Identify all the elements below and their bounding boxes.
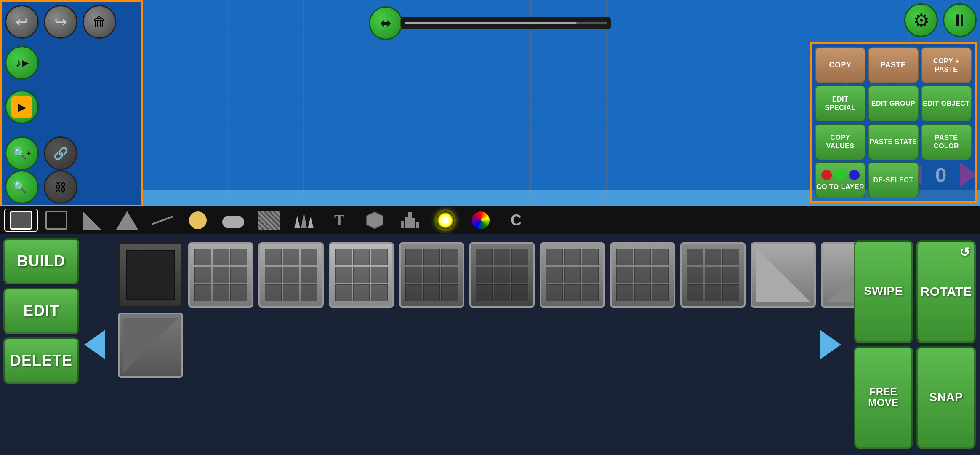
- dot-red: [821, 170, 832, 180]
- edit-object-button[interactable]: EDIT OBJECT: [921, 86, 972, 121]
- paste-button[interactable]: PASTE: [868, 47, 919, 83]
- build-next-button[interactable]: [820, 330, 841, 359]
- build-item-12-icon: [123, 318, 178, 373]
- color-tab-icon: [472, 211, 490, 229]
- tab-block[interactable]: [4, 209, 38, 232]
- undo-icon: [16, 13, 28, 31]
- build-item-5[interactable]: [399, 242, 464, 308]
- edit-mode-button[interactable]: EDIT: [3, 288, 79, 334]
- copy-values-button[interactable]: COPY VALUES: [815, 124, 865, 160]
- speed-button[interactable]: ⬌: [369, 6, 403, 40]
- build-item-2[interactable]: [188, 242, 253, 308]
- build-item-4-icon: [335, 249, 388, 301]
- settings-button[interactable]: ⚙: [904, 3, 938, 37]
- edit-special-button[interactable]: EDIT SPECIAL: [815, 86, 865, 121]
- tab-line[interactable]: [146, 209, 179, 232]
- hazard-tab-icon: [116, 211, 138, 230]
- rotate-button[interactable]: ROTATE ↺: [916, 240, 976, 343]
- delete-mode-button[interactable]: DELETE: [3, 337, 79, 384]
- chain-icon: [55, 180, 67, 194]
- tab-outline[interactable]: [40, 209, 73, 232]
- tab-slope[interactable]: [75, 209, 109, 232]
- mode-buttons-panel: BUILD EDIT DELETE: [0, 234, 84, 455]
- build-item-12[interactable]: [118, 313, 183, 378]
- tab-circle[interactable]: [181, 209, 215, 232]
- undo-button[interactable]: [5, 5, 39, 39]
- svg-marker-0: [366, 212, 383, 229]
- editor-area: CES ▶ ▶ 🔍 + 🔍 −: [0, 0, 980, 206]
- paste-state-button[interactable]: PASTE STATE: [868, 124, 919, 160]
- redo-icon: [54, 13, 67, 31]
- build-item-8[interactable]: [610, 242, 675, 308]
- right-edit-panel: COPY PASTE COPY + PASTE EDIT SPECIAL EDI…: [810, 42, 977, 203]
- copy-paste-button[interactable]: COPY + PASTE: [921, 47, 972, 83]
- terrain-tab-icon: [401, 212, 419, 228]
- paste-color-button[interactable]: PASTE COLOR: [921, 124, 972, 160]
- zoom-in-icon: 🔍: [13, 147, 27, 160]
- build-prev-button[interactable]: [84, 330, 105, 359]
- build-items-grid: [84, 234, 980, 455]
- build-item-7[interactable]: [540, 242, 605, 308]
- rotate-icon: ↺: [959, 245, 970, 259]
- text-tab-icon: T: [334, 211, 344, 229]
- tab-glow[interactable]: [429, 209, 462, 232]
- edit-group-button[interactable]: EDIT GROUP: [868, 86, 919, 121]
- speed-slider-fill: [405, 22, 577, 24]
- build-item-3-icon: [265, 249, 317, 301]
- circle-tab-icon: [189, 211, 207, 229]
- link-button[interactable]: [44, 136, 77, 170]
- speed-slider-container: [401, 17, 611, 29]
- tab-hazard[interactable]: [110, 209, 144, 232]
- delete-button[interactable]: [83, 5, 116, 39]
- slope-tab-icon: [83, 211, 101, 230]
- dot-green: [835, 170, 846, 180]
- cloud-tab-icon: [222, 216, 244, 228]
- speed-slider[interactable]: [405, 22, 607, 24]
- build-item-4[interactable]: [329, 242, 394, 308]
- tab-hex[interactable]: [358, 209, 391, 232]
- spike-tab-icon: [294, 212, 314, 228]
- build-item-1-icon: [126, 250, 176, 300]
- snap-button[interactable]: SNAP: [916, 346, 976, 449]
- build-item-6[interactable]: [469, 242, 535, 308]
- tab-texture[interactable]: [252, 209, 285, 232]
- tab-spike[interactable]: [287, 209, 321, 232]
- block-tab-icon: [10, 211, 32, 230]
- build-item-3[interactable]: [258, 242, 324, 308]
- tabs-bar: T C: [0, 206, 980, 234]
- tab-terrain[interactable]: [393, 209, 427, 232]
- speed-arrows-icon: ⬌: [380, 15, 391, 31]
- left-toolbar-panel: ▶ ▶ 🔍 + 🔍 −: [0, 0, 143, 206]
- music-button[interactable]: ▶: [5, 46, 39, 80]
- line-tab-icon: [152, 216, 173, 225]
- build-item-6-icon: [476, 249, 528, 301]
- outline-tab-icon: [45, 211, 67, 230]
- build-item-10-icon: [756, 248, 811, 302]
- zoom-out-button[interactable]: 🔍 −: [5, 170, 39, 204]
- right-action-buttons: SWIPE ROTATE ↺ FREE MOVE SNAP: [850, 234, 980, 455]
- tab-color[interactable]: [464, 209, 498, 232]
- copy-button[interactable]: COPY: [815, 47, 865, 83]
- play-arrow-icon: ▶: [22, 58, 29, 68]
- music-icon: [16, 56, 21, 70]
- pause-button[interactable]: ⏸: [943, 3, 977, 37]
- tab-c[interactable]: C: [499, 209, 533, 232]
- build-item-7-icon: [546, 249, 599, 301]
- build-item-9[interactable]: [680, 242, 746, 308]
- go-to-layer-button[interactable]: GO TO LAYER: [815, 162, 865, 198]
- build-item-10[interactable]: [751, 242, 816, 308]
- chain-button[interactable]: [44, 170, 77, 204]
- dot-blue: [849, 170, 860, 180]
- tab-cloud[interactable]: [216, 209, 250, 232]
- zoom-in-button[interactable]: 🔍 +: [5, 136, 39, 170]
- redo-button[interactable]: [44, 5, 77, 39]
- minus-icon: −: [27, 183, 31, 192]
- build-item-1[interactable]: [118, 242, 183, 308]
- build-mode-button[interactable]: BUILD: [3, 238, 79, 284]
- tab-text[interactable]: T: [322, 209, 356, 232]
- deselect-button[interactable]: DE-SELECT: [868, 162, 919, 198]
- swipe-button[interactable]: SWIPE: [854, 240, 913, 343]
- play-button[interactable]: ▶: [5, 90, 39, 124]
- build-item-9-icon: [687, 249, 739, 301]
- free-move-button[interactable]: FREE MOVE: [854, 346, 913, 449]
